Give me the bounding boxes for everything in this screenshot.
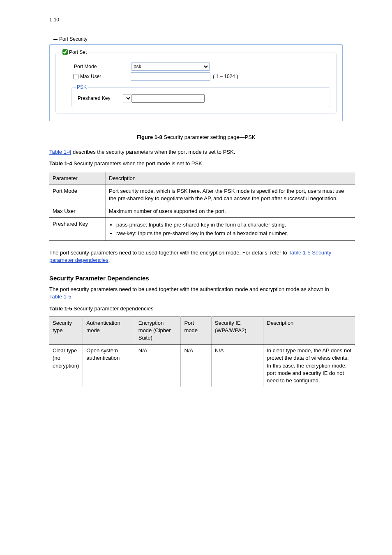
t14-header-description: Description [106, 172, 355, 185]
t15-r1-c1: Clear type (no encryption) [49, 345, 83, 387]
port-mode-select[interactable]: psk [131, 62, 210, 71]
table-1-5-link-2[interactable]: Table 1-5 [49, 294, 71, 300]
psk-fieldset: PSK Preshared Key [71, 84, 330, 107]
t14-header-parameter: Parameter [49, 172, 106, 185]
t14-r3-desc: pass-phrase: Inputs the pre-shared key i… [106, 218, 355, 240]
t15-h6: Description [263, 317, 355, 345]
t14-r3-li1: pass-phrase: Inputs the pre-shared key i… [116, 221, 352, 229]
figure-1-8-caption: Figure 1-8 Security parameter setting pa… [37, 134, 355, 141]
table-1-5-caption-text: Security parameter dependencies [72, 305, 153, 312]
port-set-label: Port Set [69, 49, 87, 56]
table-1-5: Security type Authentication mode Encryp… [49, 317, 355, 388]
table-1-4: Parameter Description Port Mode Port sec… [49, 172, 355, 241]
max-user-range: ( 1 – 1024 ) [213, 73, 238, 80]
t15-r1-c3: N/A [135, 345, 181, 387]
post-t14-text-1: The port security parameters need to be … [49, 250, 288, 256]
port-security-section-title: Port Security [53, 36, 343, 43]
table-1-4-caption-text: Security parameters when the port mode i… [72, 160, 202, 166]
preshared-key-type-select[interactable] [123, 95, 132, 102]
table-1-4-intro: Table 1-4 describes the security paramet… [49, 148, 343, 156]
t15-h1: Security type [49, 317, 83, 345]
table-1-4-number: Table 1-4 [49, 160, 72, 166]
table-1-5-caption: Table 1-5 Security parameter dependencie… [49, 305, 343, 312]
table-1-5-number: Table 1-5 [49, 305, 72, 312]
t14-r3-li2: raw-key: Inputs the pre-shared key in th… [116, 230, 352, 237]
t15-r1-c4: N/A [181, 345, 211, 387]
t15-h2: Authentication mode [83, 317, 135, 345]
t15-r1-c2: Open system authentication [83, 345, 135, 387]
t15-h4: Port mode [181, 317, 211, 345]
screenshot-port-security: Port Security Port Set Port Mode psk [49, 36, 343, 121]
page-number: 1-10 [49, 16, 355, 23]
preshared-key-input[interactable] [132, 94, 205, 103]
outer-panel: Port Set Port Mode psk Max User ( 1 – 10… [49, 44, 343, 121]
post-t14-text-2: . [108, 257, 110, 263]
t15-r1-c6: In clear type mode, the AP does not prot… [263, 345, 355, 387]
t14-r1-param: Port Mode [49, 185, 106, 205]
post-table-1-4-para: The port security parameters need to be … [49, 249, 343, 264]
port-set-checkbox[interactable] [62, 49, 68, 55]
port-mode-label: Port Mode [62, 63, 131, 70]
table-1-4-caption: Table 1-4 Security parameters when the p… [49, 160, 343, 167]
figure-1-8-text: Security parameter setting page—PSK [162, 134, 256, 140]
t15-r1-c5: N/A [211, 345, 263, 387]
max-user-checkbox[interactable] [73, 74, 78, 79]
t14-r1-desc: Port security mode, which is PSK here. A… [106, 185, 355, 205]
preshared-key-label: Preshared Key [76, 95, 123, 102]
t14-r2-desc: Maximum number of users supported on the… [106, 205, 355, 218]
security-parameter-dependencies-heading: Security Parameter Dependencies [49, 274, 343, 282]
max-user-label: Max User [80, 73, 101, 80]
t15-h5: Security IE (WPA/WPA2) [211, 317, 263, 345]
table-1-4-intro-text: describes the security parameters when t… [71, 149, 235, 155]
sec-dep-text-2: . [71, 294, 73, 300]
sec-dep-text-1: The port security parameters need to be … [49, 286, 329, 292]
psk-legend: PSK [76, 84, 88, 91]
port-set-fieldset: Port Set Port Mode psk Max User ( 1 – 10… [55, 49, 337, 113]
security-dep-intro: The port security parameters need to be … [49, 286, 343, 301]
figure-1-8-number: Figure 1-8 [136, 134, 162, 140]
t15-h3: Encryption mode (Cipher Suite) [135, 317, 181, 345]
max-user-input[interactable] [131, 72, 210, 81]
table-1-4-link[interactable]: Table 1-4 [49, 149, 71, 155]
t14-r2-param: Max User [49, 205, 106, 218]
t14-r3-param: Preshared Key [49, 218, 106, 240]
